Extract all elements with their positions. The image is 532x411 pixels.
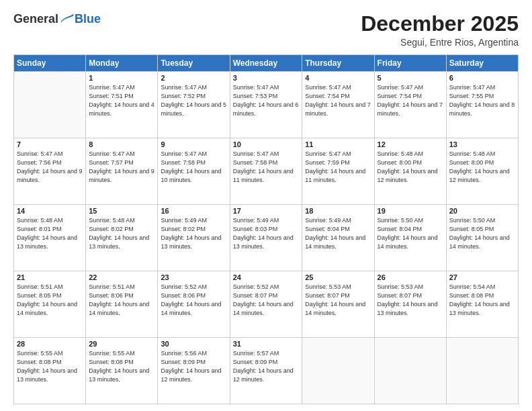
calendar-day: 2Sunrise: 5:47 AMSunset: 7:52 PMDaylight… xyxy=(158,72,230,138)
day-info: Sunrise: 5:52 AMSunset: 8:06 PMDaylight:… xyxy=(161,283,226,318)
calendar-week-row: 28Sunrise: 5:55 AMSunset: 8:08 PMDayligh… xyxy=(14,338,519,404)
day-info: Sunrise: 5:55 AMSunset: 8:08 PMDaylight:… xyxy=(89,349,154,384)
subtitle: Segui, Entre Rios, Argentina xyxy=(361,37,519,48)
day-info: Sunrise: 5:49 AMSunset: 8:03 PMDaylight:… xyxy=(233,216,300,251)
day-number: 1 xyxy=(89,74,154,82)
weekday-header: Saturday xyxy=(446,55,518,72)
day-number: 11 xyxy=(305,140,371,148)
calendar-day: 29Sunrise: 5:55 AMSunset: 8:08 PMDayligh… xyxy=(86,338,158,404)
day-info: Sunrise: 5:47 AMSunset: 7:56 PMDaylight:… xyxy=(17,150,83,185)
calendar-day: 10Sunrise: 5:47 AMSunset: 7:58 PMDayligh… xyxy=(230,138,302,205)
calendar-day: 7Sunrise: 5:47 AMSunset: 7:56 PMDaylight… xyxy=(14,138,86,205)
day-number: 25 xyxy=(305,273,371,281)
day-number: 21 xyxy=(17,273,83,281)
day-info: Sunrise: 5:47 AMSunset: 7:51 PMDaylight:… xyxy=(89,83,154,118)
day-number: 27 xyxy=(449,273,515,281)
calendar-day: 12Sunrise: 5:48 AMSunset: 8:00 PMDayligh… xyxy=(374,138,446,205)
title-area: December 2025 Segui, Entre Rios, Argenti… xyxy=(361,12,519,48)
day-info: Sunrise: 5:52 AMSunset: 8:07 PMDaylight:… xyxy=(233,283,300,318)
calendar-day: 15Sunrise: 5:48 AMSunset: 8:02 PMDayligh… xyxy=(86,205,158,271)
calendar-day: 25Sunrise: 5:53 AMSunset: 8:07 PMDayligh… xyxy=(302,271,374,338)
day-number: 20 xyxy=(449,207,515,215)
day-info: Sunrise: 5:48 AMSunset: 8:00 PMDaylight:… xyxy=(449,150,515,185)
day-number: 14 xyxy=(17,207,83,215)
day-number: 30 xyxy=(161,340,226,348)
day-info: Sunrise: 5:50 AMSunset: 8:05 PMDaylight:… xyxy=(449,216,515,251)
calendar-day xyxy=(14,72,86,138)
day-number: 10 xyxy=(233,140,300,148)
day-number: 15 xyxy=(89,207,154,215)
header: General Blue December 2025 Segui, Entre … xyxy=(13,12,519,48)
day-number: 9 xyxy=(161,140,226,148)
day-number: 19 xyxy=(378,207,443,215)
day-info: Sunrise: 5:47 AMSunset: 7:59 PMDaylight:… xyxy=(305,150,371,185)
logo: General Blue xyxy=(13,12,101,26)
calendar-day: 21Sunrise: 5:51 AMSunset: 8:05 PMDayligh… xyxy=(14,271,86,338)
day-number: 2 xyxy=(161,74,226,82)
logo-blue: Blue xyxy=(75,12,101,26)
day-number: 13 xyxy=(449,140,515,148)
day-info: Sunrise: 5:47 AMSunset: 7:58 PMDaylight:… xyxy=(233,150,300,185)
calendar-day: 24Sunrise: 5:52 AMSunset: 8:07 PMDayligh… xyxy=(230,271,302,338)
calendar-header-row: SundayMondayTuesdayWednesdayThursdayFrid… xyxy=(14,55,519,72)
calendar-day: 6Sunrise: 5:47 AMSunset: 7:55 PMDaylight… xyxy=(446,72,518,138)
calendar-day: 3Sunrise: 5:47 AMSunset: 7:53 PMDaylight… xyxy=(230,72,302,138)
calendar-week-row: 14Sunrise: 5:48 AMSunset: 8:01 PMDayligh… xyxy=(14,205,519,271)
day-number: 6 xyxy=(449,74,515,82)
calendar-week-row: 1Sunrise: 5:47 AMSunset: 7:51 PMDaylight… xyxy=(14,72,519,138)
day-number: 12 xyxy=(378,140,443,148)
weekday-header: Monday xyxy=(86,55,158,72)
day-info: Sunrise: 5:50 AMSunset: 8:04 PMDaylight:… xyxy=(378,216,443,251)
day-number: 18 xyxy=(305,207,371,215)
calendar-day xyxy=(446,338,518,404)
day-info: Sunrise: 5:56 AMSunset: 8:09 PMDaylight:… xyxy=(161,349,226,384)
day-info: Sunrise: 5:47 AMSunset: 7:54 PMDaylight:… xyxy=(305,83,371,118)
day-number: 24 xyxy=(233,273,300,281)
calendar-week-row: 21Sunrise: 5:51 AMSunset: 8:05 PMDayligh… xyxy=(14,271,519,338)
calendar-day: 31Sunrise: 5:57 AMSunset: 8:09 PMDayligh… xyxy=(230,338,302,404)
day-info: Sunrise: 5:55 AMSunset: 8:08 PMDaylight:… xyxy=(17,349,83,384)
calendar-day: 1Sunrise: 5:47 AMSunset: 7:51 PMDaylight… xyxy=(86,72,158,138)
day-number: 17 xyxy=(233,207,300,215)
calendar-day: 26Sunrise: 5:53 AMSunset: 8:07 PMDayligh… xyxy=(374,271,446,338)
weekday-header: Wednesday xyxy=(230,55,302,72)
day-number: 5 xyxy=(378,74,443,82)
calendar-day: 17Sunrise: 5:49 AMSunset: 8:03 PMDayligh… xyxy=(230,205,302,271)
day-number: 16 xyxy=(161,207,226,215)
day-info: Sunrise: 5:47 AMSunset: 7:58 PMDaylight:… xyxy=(161,150,226,185)
day-info: Sunrise: 5:54 AMSunset: 8:08 PMDaylight:… xyxy=(449,283,515,318)
day-info: Sunrise: 5:53 AMSunset: 8:07 PMDaylight:… xyxy=(305,283,371,318)
day-number: 4 xyxy=(305,74,371,82)
day-number: 23 xyxy=(161,273,226,281)
calendar-day: 20Sunrise: 5:50 AMSunset: 8:05 PMDayligh… xyxy=(446,205,518,271)
day-number: 26 xyxy=(378,273,443,281)
day-number: 31 xyxy=(233,340,300,348)
weekday-header: Thursday xyxy=(302,55,374,72)
calendar-day: 4Sunrise: 5:47 AMSunset: 7:54 PMDaylight… xyxy=(302,72,374,138)
day-info: Sunrise: 5:47 AMSunset: 7:53 PMDaylight:… xyxy=(233,83,300,118)
calendar-day: 14Sunrise: 5:48 AMSunset: 8:01 PMDayligh… xyxy=(14,205,86,271)
calendar-day: 9Sunrise: 5:47 AMSunset: 7:58 PMDaylight… xyxy=(158,138,230,205)
logo-bird-icon xyxy=(60,13,75,26)
calendar-day: 28Sunrise: 5:55 AMSunset: 8:08 PMDayligh… xyxy=(14,338,86,404)
day-info: Sunrise: 5:47 AMSunset: 7:57 PMDaylight:… xyxy=(89,150,154,185)
day-info: Sunrise: 5:51 AMSunset: 8:06 PMDaylight:… xyxy=(89,283,154,318)
day-number: 29 xyxy=(89,340,154,348)
calendar-day: 23Sunrise: 5:52 AMSunset: 8:06 PMDayligh… xyxy=(158,271,230,338)
calendar: SundayMondayTuesdayWednesdayThursdayFrid… xyxy=(13,54,519,404)
day-info: Sunrise: 5:48 AMSunset: 8:01 PMDaylight:… xyxy=(17,216,83,251)
calendar-day: 22Sunrise: 5:51 AMSunset: 8:06 PMDayligh… xyxy=(86,271,158,338)
calendar-week-row: 7Sunrise: 5:47 AMSunset: 7:56 PMDaylight… xyxy=(14,138,519,205)
day-info: Sunrise: 5:53 AMSunset: 8:07 PMDaylight:… xyxy=(378,283,443,318)
day-number: 22 xyxy=(89,273,154,281)
day-number: 8 xyxy=(89,140,154,148)
calendar-day: 11Sunrise: 5:47 AMSunset: 7:59 PMDayligh… xyxy=(302,138,374,205)
day-info: Sunrise: 5:47 AMSunset: 7:54 PMDaylight:… xyxy=(378,83,443,118)
day-info: Sunrise: 5:49 AMSunset: 8:04 PMDaylight:… xyxy=(305,216,371,251)
calendar-day: 5Sunrise: 5:47 AMSunset: 7:54 PMDaylight… xyxy=(374,72,446,138)
page: General Blue December 2025 Segui, Entre … xyxy=(0,0,532,411)
day-info: Sunrise: 5:49 AMSunset: 8:02 PMDaylight:… xyxy=(161,216,226,251)
day-number: 28 xyxy=(17,340,83,348)
day-number: 7 xyxy=(17,140,83,148)
day-info: Sunrise: 5:51 AMSunset: 8:05 PMDaylight:… xyxy=(17,283,83,318)
